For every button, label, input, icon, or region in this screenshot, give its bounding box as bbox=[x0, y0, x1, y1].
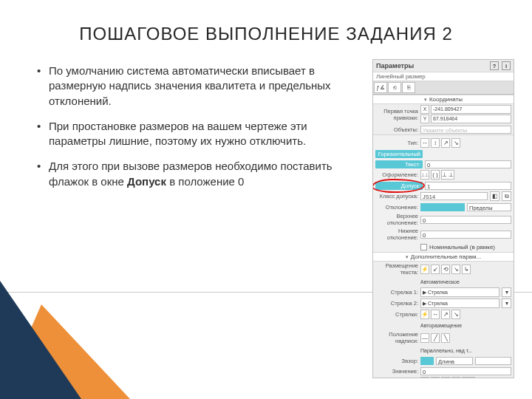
align-btn[interactable]: 0¹ bbox=[441, 377, 450, 378]
objects-input[interactable]: Укажите объекты bbox=[420, 126, 511, 134]
arrows-label: Стрелки: bbox=[375, 311, 418, 318]
text-label: Текст: bbox=[375, 160, 423, 168]
arrows-value: Авторазмещение bbox=[420, 323, 462, 328]
arrows-buttons[interactable]: ⚡ ↔ ↗ ↘ bbox=[420, 310, 460, 319]
place-btn[interactable]: ↘ bbox=[451, 265, 460, 274]
text-input[interactable]: 0 bbox=[425, 160, 511, 168]
arrows-btn[interactable]: ⚡ bbox=[420, 310, 429, 319]
arrow1-dropdown[interactable]: ▾ bbox=[502, 287, 511, 297]
bullet-tail: в положение 0 bbox=[166, 175, 244, 188]
y-label: Y bbox=[420, 115, 429, 123]
horizontal-label: Горизонтальный bbox=[375, 150, 423, 158]
gap-toggle[interactable] bbox=[420, 357, 434, 365]
placement-label: Размещение текста: bbox=[375, 262, 418, 276]
panel-tab[interactable]: ⎋ bbox=[388, 82, 401, 93]
decor-btn[interactable]: ⊥ ⊥ bbox=[441, 170, 454, 180]
lower-dev-input[interactable]: 0 bbox=[420, 231, 511, 239]
slide-title: ПОШАГОВОЕ ВЫПОЛНЕНИЕ ЗАДАНИЯ 2 bbox=[0, 24, 532, 44]
arrow1-select[interactable]: ▶ Стрелка bbox=[420, 287, 499, 297]
bullet-bold: Допуск bbox=[127, 175, 166, 188]
decor-btn[interactable]: ( ) bbox=[431, 170, 440, 180]
type-btn[interactable]: ↕ bbox=[431, 138, 440, 148]
panel-tabs: ƒ∡ ⎋ ⎘ bbox=[373, 81, 514, 95]
panel-tab[interactable]: ƒ∡ bbox=[374, 82, 387, 93]
x-input[interactable]: -241.809427 bbox=[431, 105, 511, 114]
arrows-btn[interactable]: ↗ bbox=[441, 310, 450, 319]
section-coords: Координаты Первая точка привязки: X -241… bbox=[373, 95, 514, 135]
arrow2-select[interactable]: ▶ Стрелка bbox=[420, 299, 499, 308]
bullet-item: По умолчанию система автоматически вписы… bbox=[35, 64, 353, 109]
deviation-toggle[interactable] bbox=[420, 203, 465, 211]
panel-header: Параметры ? i bbox=[373, 60, 514, 72]
place-btn[interactable]: ↙ bbox=[431, 265, 440, 274]
slide-body: По умолчанию система автоматически вписы… bbox=[35, 64, 353, 200]
decor-label: Оформление: bbox=[375, 171, 418, 178]
align-btn[interactable]: 0° bbox=[431, 377, 440, 378]
nominal-checkbox[interactable] bbox=[420, 244, 427, 250]
arrow2-label: Стрелка 2: bbox=[375, 300, 418, 307]
gap-mode-button[interactable]: Длина bbox=[436, 357, 473, 365]
section-extra-head[interactable]: Дополнительные парам... bbox=[373, 253, 514, 262]
value-label: Значение: bbox=[375, 368, 418, 375]
value-input[interactable]: 0 bbox=[420, 367, 511, 375]
labelpos-value: Параллельно, над т... bbox=[420, 348, 472, 353]
gap-input[interactable] bbox=[475, 357, 512, 365]
y-input[interactable]: 87.918464 bbox=[431, 115, 511, 123]
type-label: Тип: bbox=[375, 140, 418, 146]
align-buttons[interactable]: ≡ 0° 0¹ 0 0 bbox=[420, 377, 475, 378]
type-btn[interactable]: ↘ bbox=[451, 138, 460, 148]
type-btn[interactable]: ↔ bbox=[420, 138, 429, 148]
place-btn[interactable]: ↳ bbox=[462, 265, 471, 274]
help-icon[interactable]: ? bbox=[490, 61, 499, 70]
section-coords-head[interactable]: Координаты bbox=[373, 95, 514, 104]
decor-triangle-blue bbox=[0, 281, 81, 399]
x-label: X bbox=[420, 105, 429, 114]
deviation-label: Отклонение: bbox=[375, 204, 418, 211]
nominal-label: Номинальный (в рамке) bbox=[429, 244, 495, 250]
labelpos-btn[interactable]: — bbox=[420, 333, 429, 343]
bullet-item: При простановке размеров на вашем чертеж… bbox=[35, 119, 353, 149]
align-btn[interactable]: 0 bbox=[451, 377, 460, 378]
lower-dev-label: Нижнее отклонение: bbox=[375, 228, 418, 241]
labelpos-btn[interactable]: ╲ bbox=[441, 333, 450, 343]
labelpos-btn[interactable]: ╱ bbox=[431, 333, 440, 343]
placement-value: Автоматическое bbox=[420, 279, 460, 284]
bullet-item: Для этого при вызове размеров необходимо… bbox=[35, 159, 353, 189]
place-btn[interactable]: ⚡ bbox=[420, 265, 429, 274]
parameters-panel: Параметры ? i Линейный размер ƒ∡ ⎋ ⎘ Коо… bbox=[372, 59, 514, 378]
arrows-btn[interactable]: ↘ bbox=[451, 310, 460, 319]
arrow2-dropdown[interactable]: ▾ bbox=[502, 299, 511, 308]
decor-buttons[interactable]: ⟂⟂ ( ) ⊥ ⊥ bbox=[420, 170, 454, 180]
panel-subtitle: Линейный размер bbox=[373, 72, 514, 81]
align-btn[interactable]: ≡ bbox=[420, 377, 429, 378]
placement-buttons[interactable]: ⚡ ↙ ⟲ ↘ ↳ bbox=[420, 265, 471, 274]
info-icon[interactable]: i bbox=[502, 61, 511, 70]
place-btn[interactable]: ⟲ bbox=[441, 265, 450, 274]
decor-btn[interactable]: ⟂⟂ bbox=[420, 170, 429, 180]
first-point-label: Первая точка привязки: bbox=[375, 108, 418, 121]
objects-label: Объекты: bbox=[375, 126, 418, 133]
panel-title: Параметры bbox=[376, 62, 414, 69]
class-label: Класс допуска: bbox=[375, 193, 418, 200]
gap-label: Зазор: bbox=[375, 358, 418, 364]
arrows-btn[interactable]: ↔ bbox=[431, 310, 440, 319]
upper-dev-label: Верхнее отклонение: bbox=[375, 213, 418, 226]
tolerance-input[interactable]: 1 bbox=[425, 182, 511, 190]
labelpos-buttons[interactable]: — ╱ ╲ bbox=[420, 333, 450, 343]
section-extra: Дополнительные парам... Размещение текст… bbox=[373, 252, 514, 378]
class-btn-a[interactable]: ◧ bbox=[490, 191, 499, 201]
align-gap-input[interactable]: 0 bbox=[462, 377, 475, 378]
type-btn[interactable]: ↗ bbox=[441, 138, 450, 148]
upper-dev-input[interactable]: 0 bbox=[420, 216, 511, 224]
class-input[interactable]: JS14 bbox=[420, 192, 488, 200]
panel-tab[interactable]: ⎘ bbox=[402, 82, 415, 93]
deviation-limits-button[interactable]: Пределы bbox=[467, 203, 511, 211]
arrow1-label: Стрелка 1: bbox=[375, 289, 418, 296]
type-buttons[interactable]: ↔ ↕ ↗ ↘ bbox=[420, 138, 460, 148]
labelpos-label: Положение надписи: bbox=[375, 331, 418, 344]
class-btn-b[interactable]: ⧉ bbox=[502, 191, 511, 201]
